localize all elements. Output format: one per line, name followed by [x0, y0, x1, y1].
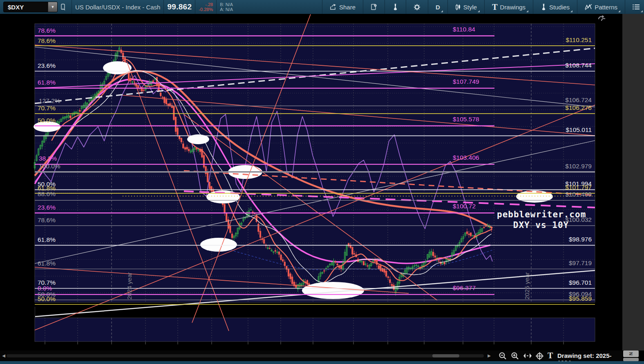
zoom-out-button[interactable] [499, 352, 507, 362]
chart-scrollbar[interactable] [7, 354, 484, 357]
crosshair-button[interactable] [535, 352, 544, 362]
thinkorswim-chart-window: { "toolbar": { "symbol": "$DXY", "dropdo… [0, 0, 644, 364]
news-mini-button[interactable]: N [623, 351, 639, 357]
mini-panel-buttons: N [623, 351, 643, 361]
right-sidebar-tabs [622, 14, 644, 351]
scroll-left-arrow[interactable]: ◀ [1, 353, 7, 359]
rsi-header [35, 307, 35, 318]
zoom-in-icon [511, 352, 519, 360]
bottom-toolbar: ◀ ▶ T Drawing set: 2025-1024 [0, 351, 622, 361]
chart-canvas[interactable] [0, 0, 644, 364]
pan-button[interactable] [523, 352, 532, 362]
text-note-button[interactable]: T [548, 351, 553, 360]
crosshair-icon [535, 352, 544, 360]
window-bottom-edge [0, 361, 644, 364]
zoom-out-icon [499, 352, 507, 360]
scroll-right-arrow[interactable]: ▶ [486, 353, 492, 359]
pan-arrows-icon [523, 352, 532, 360]
scrollbar-thumb[interactable] [432, 354, 459, 357]
zoom-in-button[interactable] [511, 352, 519, 362]
mini-panel-handle[interactable] [623, 358, 639, 361]
